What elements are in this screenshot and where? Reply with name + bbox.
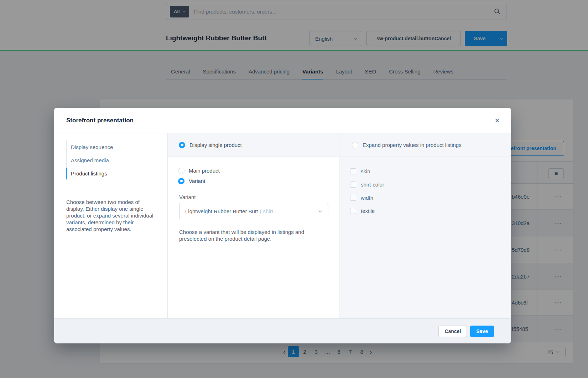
main-product-label: Main product bbox=[189, 168, 220, 174]
property-row-width: width bbox=[350, 191, 511, 204]
property-label: width bbox=[361, 195, 373, 201]
property-row-skin: skin bbox=[350, 165, 511, 178]
close-icon[interactable]: × bbox=[495, 116, 500, 125]
expand-properties-header-label: Expand property values in product listin… bbox=[363, 142, 462, 148]
variant-label: Variant bbox=[189, 178, 205, 184]
modal-sidebar: Display sequence Assigned media Product … bbox=[54, 133, 168, 318]
single-product-header-label: Display single product bbox=[189, 142, 242, 148]
main-product-radio[interactable] bbox=[178, 168, 184, 174]
modal-title: Storefront presentation bbox=[66, 117, 495, 124]
radio-dot bbox=[180, 180, 183, 182]
property-label: shirt-color bbox=[361, 182, 384, 188]
variant-select-suffix: ( shirt... bbox=[260, 208, 277, 214]
sidebar-item-product-listings[interactable]: Product listings bbox=[67, 167, 159, 180]
single-product-header: Display single product bbox=[168, 133, 339, 157]
display-single-product-radio[interactable] bbox=[179, 142, 185, 148]
option-variant: Variant bbox=[178, 176, 339, 186]
checkbox-width[interactable] bbox=[350, 195, 356, 201]
modal-description: Choose between two modes of display. Eit… bbox=[66, 199, 155, 233]
variant-select[interactable]: Lightweight Rubber Butter Butt ( shirt..… bbox=[179, 203, 328, 219]
screen: All Lightweight Rubber Butter Butt Engli… bbox=[0, 0, 588, 378]
modal-footer: Cancel Save bbox=[54, 318, 511, 343]
modal-save-button[interactable]: Save bbox=[470, 326, 494, 337]
expand-properties-panel: Expand property values in product listin… bbox=[339, 133, 511, 318]
variant-field-label: Variant bbox=[179, 194, 339, 200]
property-row-textile: textile bbox=[350, 204, 511, 218]
single-product-panel: Display single product Main product Vari… bbox=[168, 133, 339, 318]
single-product-options: Main product Variant bbox=[168, 165, 339, 186]
sidebar-item-assigned-media[interactable]: Assigned media bbox=[67, 154, 159, 167]
checkbox-shirt-color[interactable] bbox=[350, 182, 356, 188]
chevron-down-icon bbox=[319, 209, 322, 212]
property-label: skin bbox=[361, 168, 370, 174]
modal-nav: Display sequence Assigned media Product … bbox=[66, 141, 159, 180]
expand-properties-header: Expand property values in product listin… bbox=[339, 133, 511, 157]
property-row-shirt-color: shirt-color bbox=[350, 178, 511, 191]
expand-property-values-radio[interactable] bbox=[352, 142, 358, 148]
radio-dot bbox=[181, 144, 183, 146]
storefront-presentation-modal: Storefront presentation × Display sequen… bbox=[54, 108, 511, 343]
modal-body: Display sequence Assigned media Product … bbox=[54, 133, 511, 318]
sidebar-item-display-sequence[interactable]: Display sequence bbox=[67, 141, 159, 154]
variant-select-value: Lightweight Rubber Butter Butt bbox=[185, 208, 258, 214]
checkbox-textile[interactable] bbox=[350, 208, 356, 214]
variant-radio[interactable] bbox=[178, 178, 184, 184]
modal-cancel-button[interactable]: Cancel bbox=[438, 326, 467, 337]
option-main-product: Main product bbox=[178, 165, 339, 176]
modal-header: Storefront presentation × bbox=[54, 108, 511, 133]
property-label: textile bbox=[361, 208, 375, 214]
checkbox-skin[interactable] bbox=[350, 168, 356, 174]
variant-help-text: Choose a variant that will be displayed … bbox=[179, 229, 324, 242]
property-checkbox-list: skin shirt-color width textile bbox=[339, 165, 511, 218]
